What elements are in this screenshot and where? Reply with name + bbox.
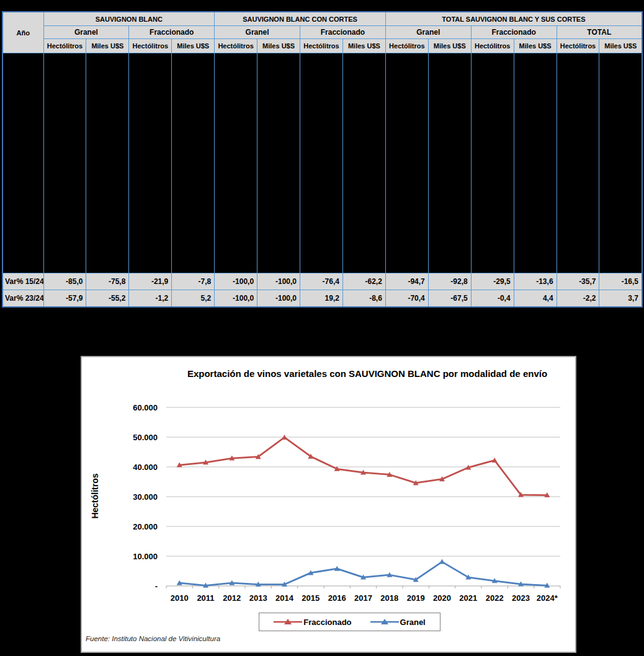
svg-text:2016: 2016 [328,593,346,603]
var-value-cell: -62,2 [342,273,385,290]
svg-text:20.000: 20.000 [133,522,158,531]
var-row-label: Var% 23/24 [2,290,43,308]
masked-cell [428,53,471,273]
var-value-cell: -8,6 [342,290,385,308]
svg-text:2012: 2012 [223,593,241,603]
var-value-cell: 5,2 [172,290,215,308]
masked-cell [129,53,172,273]
var-value-cell: -57,9 [43,290,86,308]
subgroup-header-2-2: TOTAL [557,26,642,39]
subgroup-header-0-0: Granel [43,26,129,39]
var-value-cell: 4,4 [514,290,557,308]
unit-header-4-1: Miles U$S [428,39,471,53]
svg-text:2017: 2017 [354,593,372,603]
table-unit-row: HectólitrosMiles U$SHectólitrosMiles U$S… [2,39,642,53]
chart-legend: FraccionadoGranel [259,613,441,631]
svg-text:2018: 2018 [380,593,398,603]
svg-text:30.000: 30.000 [133,492,158,502]
source-note: Fuente: Instituto Nacional de Vitivinicu… [86,635,220,642]
masked-cell [557,53,599,273]
unit-header-5-1: Miles U$S [514,39,557,53]
masked-data-rows [2,53,642,273]
group-header-0: SAUVIGNON BLANC [43,12,215,26]
svg-text:50.000: 50.000 [133,433,158,442]
legend-label: Fraccionado [303,618,351,627]
unit-header-6-0: Hectólitros [557,39,599,53]
var-value-cell: -0,4 [471,290,514,308]
legend-marker-icon [370,618,399,626]
group-header-1: SAUVIGNON BLANC CON CORTES [215,12,386,26]
var-value-cell: -16,5 [599,273,642,290]
legend-marker-icon [274,618,302,626]
svg-text:10.000: 10.000 [133,552,158,561]
svg-text:2019: 2019 [407,593,425,603]
y-axis-tick-labels: -10.00020.00030.00040.00050.00060.000 [133,403,158,591]
series-granel [177,559,550,588]
masked-cell [257,53,300,273]
var-value-cell: -29,5 [471,273,514,290]
svg-text:2011: 2011 [197,593,214,603]
var-value-cell: -75,8 [86,273,129,290]
series-line-granel [179,562,547,585]
table-body: Var% 15/24-85,0-75,8-21,9-7,8-100,0-100,… [2,53,642,308]
line-chart: -10.00020.00030.00040.00050.00060.000201… [82,357,575,652]
unit-header-1-0: Hectólitros [129,39,172,53]
masked-cell [43,53,86,273]
var-value-cell: -92,8 [428,273,471,290]
var-value-cell: -94,7 [385,273,428,290]
svg-text:2020: 2020 [433,593,451,603]
svg-text:2014: 2014 [275,593,294,603]
var-value-cell: -76,4 [300,273,343,290]
var-value-cell: -55,2 [86,290,129,308]
subgroup-header-1-1: Fraccionado [300,26,386,39]
svg-text:-: - [155,582,158,591]
svg-text:60.000: 60.000 [133,403,158,412]
subgroup-header-2-1: Fraccionado [471,26,557,39]
masked-cell [86,53,129,273]
svg-text:2022: 2022 [486,593,504,603]
var-value-cell: -100,0 [215,290,257,308]
table-group-row: AñoSAUVIGNON BLANCSAUVIGNON BLANC CON CO… [2,12,642,26]
var-value-cell: 19,2 [300,290,343,308]
var-value-cell: 3,7 [599,290,642,308]
var-value-cell: -67,5 [428,290,471,308]
unit-header-3-1: Miles U$S [342,39,385,53]
var-row-0: Var% 15/24-85,0-75,8-21,9-7,8-100,0-100,… [2,273,642,290]
unit-header-0-1: Miles U$S [86,39,129,53]
masked-cell [514,53,557,273]
masked-cell [215,53,257,273]
subgroup-header-1-0: Granel [215,26,300,39]
unit-header-2-0: Hectólitros [215,39,257,53]
legend-item-granel: Granel [370,618,426,627]
svg-text:2021: 2021 [459,593,477,603]
masked-cell [342,53,385,273]
var-row-label: Var% 15/24 [2,273,43,290]
svg-text:2010: 2010 [171,593,189,603]
var-value-cell: -13,6 [514,273,557,290]
var-value-cell: -35,7 [557,273,599,290]
var-value-cell: -85,0 [43,273,86,290]
svg-text:2023: 2023 [512,593,530,603]
x-axis-tick-labels: 2010201120122013201420152016201720182019… [171,593,558,603]
var-value-cell: -2,2 [557,290,599,308]
var-value-cell: -100,0 [257,290,300,308]
export-table: AñoSAUVIGNON BLANCSAUVIGNON BLANC CON CO… [2,11,643,308]
var-value-cell: -70,4 [385,290,428,308]
svg-text:2015: 2015 [302,593,320,603]
subgroup-header-2-0: Granel [385,26,471,39]
table-header: AñoSAUVIGNON BLANCSAUVIGNON BLANC CON CO… [2,12,642,53]
var-value-cell: -21,9 [129,273,172,290]
var-row-1: Var% 23/24-57,9-55,2-1,25,2-100,0-100,01… [2,290,642,308]
masked-cell [599,53,642,273]
svg-text:40.000: 40.000 [133,463,158,472]
unit-header-6-1: Miles U$S [599,39,642,53]
var-value-cell: -100,0 [215,273,257,290]
unit-header-2-1: Miles U$S [257,39,300,53]
series-fraccionado [177,435,550,497]
svg-text:2024*: 2024* [537,593,558,603]
masked-cell [300,53,343,273]
gridlines [166,407,560,586]
unit-header-4-0: Hectólitros [385,39,428,53]
unit-header-5-0: Hectólitros [471,39,514,53]
masked-cell [471,53,514,273]
